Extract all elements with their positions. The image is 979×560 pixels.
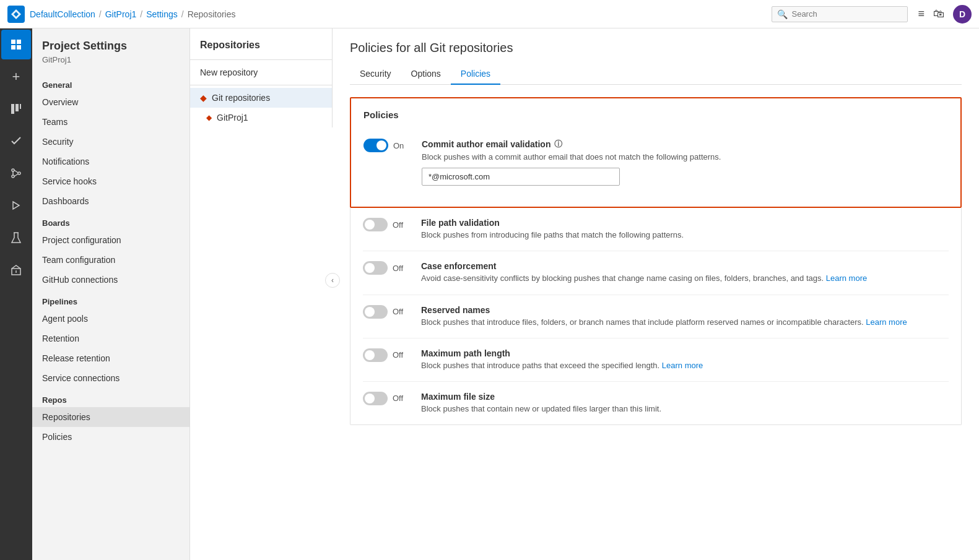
avatar[interactable]: D: [953, 5, 972, 24]
toggle-label-case-enforcement: Off: [393, 264, 403, 273]
page-title: Policies for all Git repositories: [350, 41, 962, 55]
gitproj1-item[interactable]: ◆ GitProj1: [190, 108, 332, 127]
breadcrumb: DefaultCollection / GitProj1 / Settings …: [30, 9, 767, 19]
svg-point-7: [12, 169, 14, 171]
policies-box-rest: Off File path validation Block pushes fr…: [350, 208, 962, 425]
svg-marker-13: [13, 202, 19, 209]
collapse-panel-button[interactable]: ‹: [325, 273, 340, 288]
commit-author-pattern-input[interactable]: [422, 168, 620, 186]
toggle-slider-reserved-names: [363, 305, 388, 319]
policy-row-max-file-size: Off Maximum file size Block pushes that …: [363, 382, 949, 424]
policy-title-case-enforcement: Case enforcement: [421, 261, 949, 271]
topbar: DefaultCollection / GitProj1 / Settings …: [0, 0, 979, 28]
breadcrumb-current: Repositories: [188, 9, 236, 19]
sidebar-item-teams[interactable]: Teams: [32, 112, 189, 132]
toggle-file-path[interactable]: [363, 218, 388, 231]
rail-item-boards[interactable]: [1, 94, 31, 124]
sidebar-item-github[interactable]: GitHub connections: [32, 270, 189, 290]
breadcrumb-settings[interactable]: Settings: [146, 9, 178, 19]
toggle-label-max-path: Off: [393, 350, 403, 360]
svg-rect-0: [11, 40, 15, 44]
sidebar-item-retention[interactable]: Retention: [32, 329, 189, 348]
rail-item-repos[interactable]: [1, 158, 31, 188]
toggle-label-max-file-size: Off: [393, 394, 403, 403]
tab-options[interactable]: Options: [401, 64, 451, 85]
info-icon-commit-author[interactable]: ⓘ: [554, 139, 562, 150]
sidebar-item-notifications[interactable]: Notifications: [32, 152, 189, 171]
topbar-icons: ≡ 🛍 D: [918, 5, 972, 24]
left-rail: +: [0, 0, 32, 560]
learn-more-max-path[interactable]: Learn more: [662, 361, 703, 370]
toggle-slider-commit-author: [363, 139, 388, 152]
app-logo[interactable]: [7, 6, 25, 23]
learn-more-case-enforcement[interactable]: Learn more: [826, 274, 867, 283]
policies-box-highlighted: Policies On Commit author email validati…: [350, 97, 962, 208]
rail-item-pipelines[interactable]: [1, 191, 31, 220]
sidebar-item-service-hooks[interactable]: Service hooks: [32, 171, 189, 191]
main-content: Policies for all Git repositories Securi…: [333, 0, 979, 560]
toggle-max-path[interactable]: [363, 348, 388, 362]
main-tabs: Security Options Policies: [350, 64, 962, 85]
panel2-title: Repositories: [190, 28, 332, 57]
sidebar-item-dashboards[interactable]: Dashboards: [32, 191, 189, 211]
learn-more-reserved-names[interactable]: Learn more: [866, 317, 907, 327]
rail-item-artifacts[interactable]: [1, 255, 31, 285]
sidebar-item-policies[interactable]: Policies: [32, 427, 189, 447]
toggle-slider-file-path: [363, 218, 388, 231]
panel2-divider2: [190, 85, 332, 85]
breadcrumb-collection[interactable]: DefaultCollection: [30, 9, 95, 19]
policy-desc-max-file-size: Block pushes that contain new or updated…: [421, 403, 949, 415]
sidebar-item-team-config[interactable]: Team configuration: [32, 250, 189, 270]
sidebar-title: Project Settings: [32, 28, 189, 55]
svg-rect-4: [11, 104, 14, 114]
sidebar-item-repositories[interactable]: Repositories: [32, 407, 189, 427]
rail-item-home[interactable]: [1, 30, 31, 59]
policy-row-file-path: Off File path validation Block pushes fr…: [363, 208, 949, 251]
breadcrumb-project[interactable]: GitProj1: [105, 9, 137, 19]
toggle-max-file-size[interactable]: [363, 392, 388, 405]
toggle-label-file-path: Off: [393, 220, 403, 230]
sidebar-item-security[interactable]: Security: [32, 132, 189, 152]
tab-policies[interactable]: Policies: [451, 64, 500, 85]
sidebar-item-release-retention[interactable]: Release retention: [32, 348, 189, 368]
sidebar-item-agent-pools[interactable]: Agent pools: [32, 309, 189, 329]
sidebar-item-project-config[interactable]: Project configuration: [32, 230, 189, 250]
rail-item-add[interactable]: +: [1, 62, 31, 92]
rail-item-work[interactable]: [1, 126, 31, 156]
git-repo-label: Git repositories: [212, 93, 270, 103]
toggle-slider-case-enforcement: [363, 261, 388, 275]
svg-rect-3: [17, 45, 21, 50]
policy-content-commit-author: Commit author email validation ⓘ Block p…: [422, 139, 948, 186]
toggle-reserved-names[interactable]: [363, 305, 388, 319]
policy-row-max-path: Off Maximum path length Block pushes tha…: [363, 338, 949, 382]
toggle-commit-author[interactable]: [363, 139, 388, 152]
policy-content-case-enforcement: Case enforcement Avoid case-sensitivity …: [421, 261, 949, 284]
shopping-bag-icon[interactable]: 🛍: [933, 7, 944, 20]
policy-title-reserved-names: Reserved names: [421, 305, 949, 315]
toggle-case-enforcement[interactable]: [363, 261, 388, 275]
policy-title-commit-author: Commit author email validation ⓘ: [422, 139, 948, 150]
gitproj1-label: GitProj1: [217, 113, 248, 123]
sidebar-item-service-connections[interactable]: Service connections: [32, 368, 189, 388]
new-repository-button[interactable]: New repository: [190, 62, 332, 82]
sidebar-item-overview[interactable]: Overview: [32, 92, 189, 112]
search-input[interactable]: [791, 9, 902, 19]
list-icon[interactable]: ≡: [918, 7, 925, 20]
search-box[interactable]: 🔍: [772, 6, 908, 22]
policy-content-file-path: File path validation Block pushes from i…: [421, 218, 949, 241]
toggle-label-reserved-names: Off: [393, 307, 403, 316]
svg-rect-6: [20, 104, 21, 109]
policy-title-file-path: File path validation: [421, 218, 949, 228]
sidebar-project: GitProj1: [32, 55, 189, 73]
svg-point-9: [18, 172, 20, 174]
toggle-slider-max-file-size: [363, 392, 388, 405]
svg-rect-2: [11, 45, 15, 50]
git-repositories-item[interactable]: ◆ Git repositories: [190, 88, 332, 108]
sidebar-section-boards: Boards: [32, 211, 189, 230]
policy-desc-max-path: Block pushes that introduce paths that e…: [421, 360, 949, 371]
tab-security[interactable]: Security: [350, 64, 401, 85]
rail-item-test[interactable]: [1, 223, 31, 252]
git-repo-icon: ◆: [200, 93, 207, 103]
svg-point-8: [12, 175, 14, 178]
policy-desc-reserved-names: Block pushes that introduce files, folde…: [421, 317, 949, 328]
